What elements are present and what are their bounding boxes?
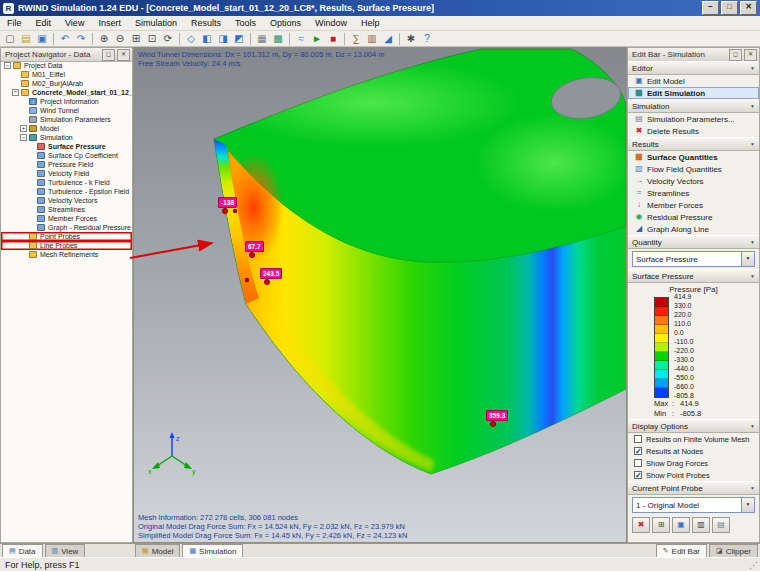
editbar-item-residual-pressure[interactable]: ◉Residual Pressure (628, 211, 759, 223)
view-side-icon[interactable]: ◨ (215, 32, 231, 46)
editbar-item-flow-field-quantities[interactable]: ▧Flow Field Quantities (628, 163, 759, 175)
menu-item-options[interactable]: Options (263, 17, 308, 29)
redo-icon[interactable]: ↷ (73, 32, 89, 46)
probe-settings-button[interactable]: ▤ (712, 517, 730, 533)
zoom-window-icon[interactable]: ⊞ (128, 32, 144, 46)
section-header-editor[interactable]: Editor▼ (628, 61, 759, 75)
tree-item-point-probes[interactable]: Point Probes (1, 232, 132, 241)
menu-item-results[interactable]: Results (184, 17, 228, 29)
section-header-simulation[interactable]: Simulation▼ (628, 99, 759, 113)
editbar-item-simulation-parameters[interactable]: ▤Simulation Parameters... (628, 113, 759, 125)
view-isometric-icon[interactable]: ◇ (183, 32, 199, 46)
menu-item-help[interactable]: Help (354, 17, 387, 29)
menu-item-file[interactable]: File (0, 17, 29, 29)
option-results-on-finite-volume-mesh[interactable]: Results on Finite Volume Mesh (628, 433, 759, 445)
option-results-at-nodes[interactable]: ✓Results at Nodes (628, 445, 759, 457)
graph-icon[interactable]: ◢ (380, 32, 396, 46)
editbar-item-surface-quantities[interactable]: ▦Surface Quantities (628, 151, 759, 163)
editbar-item-edit-model[interactable]: ▣Edit Model (628, 75, 759, 87)
wireframe-mode-icon[interactable]: ▦ (254, 32, 270, 46)
editbar-item-graph-along-line[interactable]: ◢Graph Along Line (628, 223, 759, 235)
open-project-icon[interactable]: ▤ (18, 32, 34, 46)
tree-item-velocity-vectors[interactable]: Velocity Vectors (1, 196, 132, 205)
view-tab-simulation[interactable]: ▩Simulation (182, 544, 243, 557)
editbar-item-member-forces[interactable]: ↓Member Forces (628, 199, 759, 211)
zoom-out-icon[interactable]: ⊖ (112, 32, 128, 46)
tree-item-surface-cp-coefficient[interactable]: Surface Cp Coefficient (1, 151, 132, 160)
tree-item-surface-pressure[interactable]: Surface Pressure (1, 142, 132, 151)
menu-item-tools[interactable]: Tools (228, 17, 263, 29)
menu-item-edit[interactable]: Edit (29, 17, 59, 29)
view-top-icon[interactable]: ◩ (231, 32, 247, 46)
panel-tab-edit-bar[interactable]: ✎Edit Bar (656, 544, 707, 557)
section-header-surface-pressure[interactable]: Surface Pressure▼ (628, 269, 759, 283)
section-header-display-options[interactable]: Display Options▼ (628, 419, 759, 433)
tree-item-project-information[interactable]: iProject Information (1, 97, 132, 106)
section-header-quantity[interactable]: Quantity▼ (628, 235, 759, 249)
menu-item-view[interactable]: View (58, 17, 91, 29)
nav-tab-data[interactable]: ▤Data (2, 544, 43, 557)
undo-icon[interactable]: ↶ (57, 32, 73, 46)
tree-item-pressure-field[interactable]: Pressure Field (1, 160, 132, 169)
editbar-item-streamlines[interactable]: ≈Streamlines (628, 187, 759, 199)
stop-simulation-icon[interactable]: ■ (325, 32, 341, 46)
run-simulation-icon[interactable]: ► (309, 32, 325, 46)
tree-expander-icon[interactable]: + (20, 125, 27, 132)
tree-item-project-data[interactable]: −Project Data (1, 61, 132, 70)
nav-tab-view[interactable]: ▥View (45, 544, 86, 557)
maximize-button[interactable]: □ (721, 1, 738, 15)
panel-menu-icon[interactable]: ◻ (102, 49, 115, 61)
close-button[interactable]: ✕ (740, 1, 757, 15)
tree-item-graph-residual-pressure[interactable]: Graph - Residual Pressure (1, 223, 132, 232)
tree-item-m01-eiffel[interactable]: M01_Eiffel (1, 70, 132, 79)
new-project-icon[interactable]: ▢ (2, 32, 18, 46)
result-tables-icon[interactable]: ▥ (364, 32, 380, 46)
zoom-in-icon[interactable]: ⊕ (96, 32, 112, 46)
tree-item-turbulence-epsilon-field[interactable]: Turbulence - Epsilon Field (1, 187, 132, 196)
save-icon[interactable]: ▣ (34, 32, 50, 46)
panel-tab-clipper[interactable]: ◪Clipper (709, 544, 758, 557)
shaded-mode-icon[interactable]: ▩ (270, 32, 286, 46)
new-probe-button[interactable]: ⊞ (652, 517, 670, 533)
section-header-current-point-probe[interactable]: Current Point Probe▼ (628, 481, 759, 495)
probe-table-button[interactable]: ▥ (692, 517, 710, 533)
results-icon[interactable]: ∑ (348, 32, 364, 46)
options-icon[interactable]: ✱ (403, 32, 419, 46)
menu-item-simulation[interactable]: Simulation (128, 17, 184, 29)
tree-item-velocity-field[interactable]: Velocity Field (1, 169, 132, 178)
tree-expander-icon[interactable]: − (4, 62, 11, 69)
editbar-item-delete-results[interactable]: ✖Delete Results (628, 125, 759, 137)
tree-item-simulation-parameters[interactable]: Simulation Parameters (1, 115, 132, 124)
tree-item-model[interactable]: +Model (1, 124, 132, 133)
current-point-probe-dropdown[interactable]: 1 - Original Model▼ (632, 497, 755, 513)
section-header-results[interactable]: Results▼ (628, 137, 759, 151)
tree-expander-icon[interactable]: − (20, 134, 27, 141)
editbar-item-edit-simulation[interactable]: ▩Edit Simulation (628, 87, 759, 99)
viewport-3d[interactable]: z x y Wind Tunnel Dimensions: Dx = 101.3… (133, 47, 627, 543)
view-front-icon[interactable]: ◧ (199, 32, 215, 46)
wind-tunnel-icon[interactable]: ≈ (293, 32, 309, 46)
tree-item-line-probes[interactable]: Line Probes (1, 241, 132, 250)
option-show-point-probes[interactable]: ✓Show Point Probes (628, 469, 759, 481)
delete-probe-button[interactable]: ✖ (632, 517, 650, 533)
help-icon[interactable]: ? (419, 32, 435, 46)
tree-item-streamlines[interactable]: Streamlines (1, 205, 132, 214)
panel-close-icon[interactable]: ✕ (744, 49, 757, 61)
menu-item-insert[interactable]: Insert (91, 17, 128, 29)
resize-grip[interactable]: ⋰ (749, 560, 758, 570)
tree-item-simulation[interactable]: −Simulation (1, 133, 132, 142)
save-probe-button[interactable]: ▣ (672, 517, 690, 533)
tree-item-member-forces[interactable]: Member Forces (1, 214, 132, 223)
option-show-drag-forces[interactable]: Show Drag Forces (628, 457, 759, 469)
editbar-item-velocity-vectors[interactable]: →Velocity Vectors (628, 175, 759, 187)
tree-item-m02-burjalarab[interactable]: M02_BurjAlArab (1, 79, 132, 88)
rotate-view-icon[interactable]: ⟳ (160, 32, 176, 46)
tree-item-turbulence-k-field[interactable]: Turbulence - k Field (1, 178, 132, 187)
tree-expander-icon[interactable]: − (12, 89, 19, 96)
zoom-fit-icon[interactable]: ⊡ (144, 32, 160, 46)
tree-item-wind-tunnel[interactable]: Wind Tunnel (1, 106, 132, 115)
menu-item-window[interactable]: Window (308, 17, 354, 29)
minimize-button[interactable]: − (702, 1, 719, 15)
quantity-dropdown[interactable]: Surface Pressure▼ (632, 251, 755, 267)
panel-close-icon[interactable]: ✕ (117, 49, 130, 61)
